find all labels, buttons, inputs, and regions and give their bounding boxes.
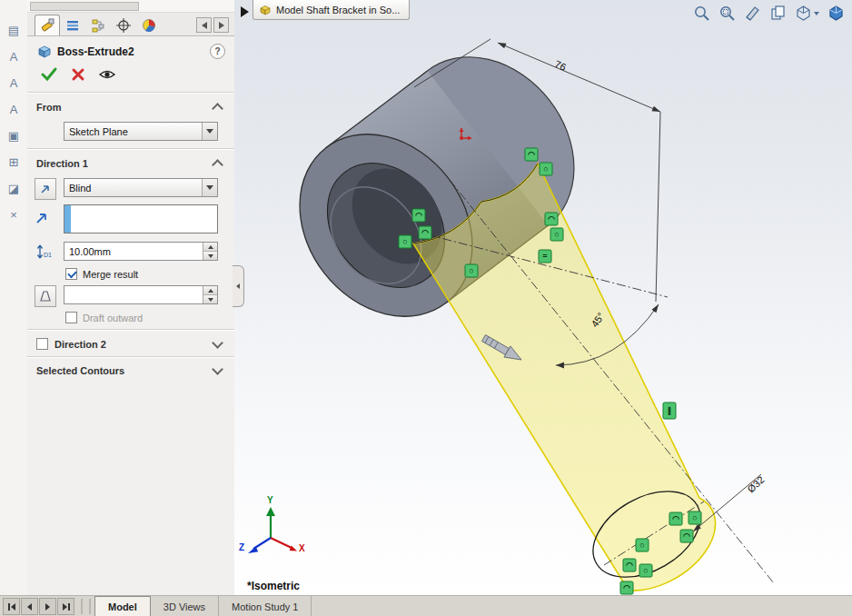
last-tab-button[interactable] — [57, 598, 74, 615]
tab-properties[interactable] — [60, 15, 85, 35]
tab-display-manager[interactable] — [136, 15, 162, 35]
next-tab-button[interactable] — [39, 598, 56, 615]
preview-eye-button[interactable] — [98, 68, 116, 81]
draft-angle-spinbox[interactable] — [64, 285, 218, 304]
sketch-relation-icon[interactable]: ○ — [399, 235, 412, 249]
featuremanager-flyout-arrow[interactable] — [241, 6, 249, 17]
dropdown-arrow-button[interactable] — [202, 123, 217, 140]
triad-x-label: X — [299, 543, 305, 553]
chevron-up-icon — [212, 159, 223, 171]
divider — [27, 92, 234, 94]
display-manager-tab-icon — [141, 17, 157, 34]
sketch-relation-icon[interactable]: ∥ — [663, 402, 677, 420]
sketch-relation-icon[interactable]: ○ — [636, 539, 649, 552]
spin-up-button[interactable] — [203, 243, 217, 251]
sketch-relation-icon[interactable]: ○ — [540, 163, 553, 176]
display-style-button[interactable] — [795, 5, 819, 22]
first-tab-button[interactable] — [3, 598, 20, 615]
section-selected-contours-header[interactable]: Selected Contours — [27, 360, 234, 381]
left-arrow-icon — [11, 603, 15, 611]
view-orientation-label: *Isometric — [247, 580, 300, 592]
tab-scroll-right-button[interactable] — [213, 17, 229, 33]
panel-flyout-handle[interactable] — [233, 265, 244, 307]
tab-dimxpert[interactable] — [111, 15, 136, 35]
3d-scene[interactable]: 76 45° Ø32 Y X Z — [234, 0, 852, 595]
tab-configurations[interactable] — [85, 15, 111, 35]
from-dropdown[interactable]: Sketch Plane — [64, 122, 218, 141]
sketch-relation-icon[interactable]: ◠ — [680, 530, 694, 543]
weld-symbol-tool-icon[interactable]: ◪ — [2, 176, 25, 200]
copy-annotation-tool-icon[interactable]: ▣ — [2, 124, 25, 147]
panel-horizontal-scrollbar[interactable] — [27, 0, 234, 13]
tab-splitter-handle[interactable] — [81, 599, 91, 614]
view-settings-button[interactable] — [827, 5, 845, 22]
tab-features[interactable] — [35, 15, 60, 35]
sketch-relation-icon[interactable]: ◠ — [412, 209, 426, 223]
tab-motion-study-1[interactable]: Motion Study 1 — [219, 596, 312, 616]
section-direction2-header[interactable]: Direction 2 — [27, 333, 234, 354]
spin-down-button[interactable] — [203, 294, 217, 303]
cancel-button[interactable] — [71, 67, 85, 82]
merge-result-checkbox[interactable] — [65, 268, 77, 280]
help-button[interactable]: ? — [210, 44, 225, 59]
sketch-relation-icon[interactable]: ◠ — [545, 213, 559, 226]
tab-model[interactable]: Model — [94, 596, 151, 616]
spin-up-button[interactable] — [203, 286, 217, 294]
trim-tool-icon[interactable]: × — [2, 203, 25, 226]
down-arrow-icon — [208, 254, 213, 258]
tab-scroll-left-button[interactable] — [196, 17, 212, 33]
end-condition-dropdown[interactable]: Blind — [64, 178, 218, 197]
draft-outward-label: Draft outward — [83, 313, 143, 323]
sketch-relation-icon[interactable]: ◠ — [620, 581, 634, 595]
divider — [27, 329, 234, 331]
trim-glyph: × — [10, 208, 17, 222]
document-tab[interactable]: Model Shaft Bracket in So... — [253, 0, 410, 20]
note-tool-icon[interactable]: ▤ — [2, 18, 25, 42]
sketch-relation-icon[interactable]: ◠ — [525, 148, 539, 162]
sketch-relation-icon[interactable]: = — [539, 250, 552, 263]
tab-3d-views[interactable]: 3D Views — [151, 596, 219, 616]
zoom-to-fit-button[interactable] — [693, 5, 710, 22]
extrude-preview-sketch[interactable] — [413, 164, 716, 595]
direction-reference-box[interactable] — [64, 204, 218, 233]
text-box-tool-icon[interactable]: A — [2, 97, 25, 121]
previous-view-icon — [769, 5, 787, 22]
dimension-d32-label[interactable]: Ø32 — [745, 474, 766, 495]
hatch-tool-icon[interactable]: ⊞ — [2, 150, 25, 174]
spell-check-tool-icon[interactable]: A — [2, 45, 25, 68]
graphics-viewport[interactable]: 76 45° Ø32 Y X Z — [234, 0, 852, 595]
sketch-relation-icon[interactable]: ○ — [639, 564, 653, 578]
chevron-down-icon — [206, 129, 213, 134]
draft-outward-checkbox[interactable] — [65, 312, 77, 323]
depth-value: 10.00mm — [64, 246, 203, 257]
sketch-relation-icon[interactable]: ○ — [689, 512, 702, 525]
sketch-relation-icon[interactable]: ◠ — [669, 512, 683, 526]
section-direction1-header[interactable]: Direction 1 — [27, 152, 234, 174]
scrollbar-thumb[interactable] — [30, 2, 139, 11]
ok-button[interactable] — [40, 66, 58, 83]
orientation-triad[interactable]: Y X Z — [239, 495, 305, 553]
zoom-to-area-button[interactable] — [718, 5, 736, 22]
spin-down-button[interactable] — [203, 251, 217, 260]
section-from-header[interactable]: From — [27, 95, 234, 117]
sketch-relation-icon[interactable]: ○ — [465, 264, 479, 278]
sketch-relation-icon[interactable]: ○ — [550, 228, 564, 242]
draft-icon — [39, 290, 52, 303]
depth-spinbox[interactable]: 10.00mm — [64, 242, 218, 261]
previous-view-button[interactable] — [769, 5, 787, 22]
section-view-button[interactable] — [744, 5, 761, 22]
depth-row: D1 10.00mm — [27, 242, 225, 262]
draft-button[interactable] — [35, 285, 56, 307]
zoom-fit-icon — [693, 5, 710, 22]
direction-arrow-icon — [35, 211, 49, 227]
direction2-checkbox[interactable] — [36, 338, 48, 350]
dimension-76-label[interactable]: 76 — [553, 58, 568, 73]
chevron-down-icon — [814, 12, 819, 15]
sketch-relation-icon[interactable]: ◠ — [419, 226, 432, 240]
sketch-relation-icon[interactable]: ◠ — [623, 559, 637, 572]
reverse-direction-button[interactable] — [35, 178, 56, 200]
dropdown-arrow-button[interactable] — [202, 179, 217, 196]
spell-check-glyph: A — [10, 50, 18, 64]
format-text-tool-icon[interactable]: A — [2, 71, 25, 94]
previous-tab-button[interactable] — [21, 598, 38, 615]
